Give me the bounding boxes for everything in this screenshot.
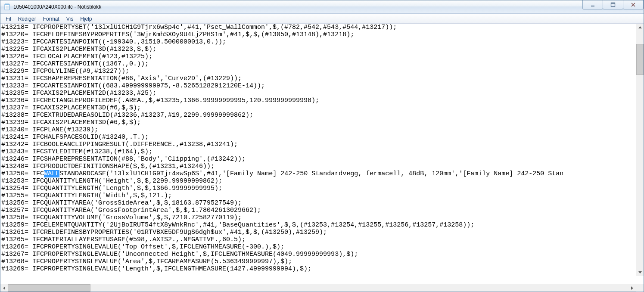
code-line[interactable]: #13265= IFCMATERIALLAYERSETUSAGE(#598,.A…: [1, 236, 246, 243]
titlebar[interactable]: 1050401000A240X000.ifc - Notisblokk: [0, 0, 644, 14]
code-line[interactable]: #13225= IFCAXIS2PLACEMENT3D(#13223,$,$);: [1, 46, 156, 53]
code-line[interactable]: #13233= IFCCARTESIANPOINT((683.499999999…: [1, 82, 265, 90]
code-line[interactable]: #13223= IFCCARTESIANPOINT((-199340.,3151…: [1, 38, 226, 46]
window-title: 1050401000A240X000.ifc - Notisblokk: [13, 4, 101, 10]
code-line[interactable]: #13236= IFCRECTANGLEPROFILEDEF(.AREA.,$,…: [1, 97, 319, 104]
code-line[interactable]: #13256= IFCQUANTITYAREA('GrossSideArea',…: [1, 199, 242, 207]
code-fragment[interactable]: STANDARDCASE('13lxlU1CH1G9Tjr4swSp6$',#4…: [59, 170, 563, 177]
scroll-down-button[interactable]: [636, 269, 644, 276]
code-line[interactable]: #13242= IFCBOOLEANCLIPPINGRESULT(.DIFFER…: [1, 141, 238, 148]
code-fragment[interactable]: #13250= IFC: [1, 170, 44, 177]
app-window: 1050401000A240X000.ifc - Notisblokk Fil …: [0, 0, 644, 292]
svg-rect-7: [611, 3, 615, 4]
maximize-button[interactable]: [603, 0, 623, 9]
menu-file[interactable]: Fil: [2, 15, 15, 23]
close-button[interactable]: [623, 0, 644, 9]
code-line[interactable]: #13257= IFCQUANTITYAREA('GrossFootprintA…: [1, 207, 261, 214]
code-line[interactable]: #13226= IFCLOCALPLACEMENT(#123,#13225);: [1, 53, 152, 60]
code-line[interactable]: #13246= IFCSHAPEREPRESENTATION(#88,'Body…: [1, 155, 246, 163]
chevron-right-icon: [631, 286, 633, 290]
horizontal-scrollbar[interactable]: [0, 284, 636, 292]
content-wrap: #13218= IFCPROPERTYSET('13lxlU1CH1G9Tjrx…: [0, 24, 644, 292]
vertical-scroll-track[interactable]: [636, 31, 644, 269]
code-line[interactable]: #13269= IFCPROPERTYSINGLEVALUE('Length',…: [1, 265, 311, 273]
horizontal-scroll-track[interactable]: [8, 284, 628, 292]
scroll-up-button[interactable]: [636, 24, 644, 31]
code-line[interactable]: #13220= IFCRELDEFINESBYPROPERTIES('3WjrK…: [1, 31, 354, 38]
code-line[interactable]: #13250= IFCWALLSTANDARDCASE('13lxlU1CH1G…: [1, 170, 563, 177]
minimize-button[interactable]: [582, 0, 603, 9]
code-line[interactable]: #13237= IFCAXIS2PLACEMENT3D(#6,$,$);: [1, 104, 141, 112]
code-line[interactable]: #13227= IFCCARTESIANPOINT((1367.,0.));: [1, 60, 149, 68]
scroll-right-button[interactable]: [628, 284, 636, 292]
code-line[interactable]: #13267= IFCPROPERTYSINGLEVALUE('Unconnec…: [1, 251, 358, 258]
code-line[interactable]: #13229= IFCPOLYLINE((#9,#13227));: [1, 68, 129, 75]
code-line[interactable]: #13266= IFCPROPERTYSINGLEVALUE('Top Offs…: [1, 243, 284, 251]
code-line[interactable]: #13218= IFCPROPERTYSET('13lxlU1CH1G9Tjrx…: [1, 24, 397, 31]
vertical-scroll-thumb[interactable]: [636, 44, 644, 75]
code-line[interactable]: #13241= IFCHALFSPACESOLID(#13240,.T.);: [1, 134, 149, 141]
scroll-corner: [636, 284, 644, 291]
code-line[interactable]: #13258= IFCQUANTITYVOLUME('GrossVolume',…: [1, 214, 242, 221]
vertical-scrollbar[interactable]: [636, 24, 644, 276]
code-line[interactable]: #13240= IFCPLANE(#13239);: [1, 126, 98, 134]
chevron-up-icon: [638, 26, 642, 28]
editor-area[interactable]: #13218= IFCPROPERTYSET('13lxlU1CH1G9Tjrx…: [0, 24, 644, 284]
menubar: Fil Rediger Format Vis Hjelp: [0, 14, 644, 24]
code-line[interactable]: #13255= IFCQUANTITYLENGTH('Width',$,$,12…: [1, 192, 172, 199]
code-line[interactable]: #13239= IFCAXIS2PLACEMENT3D(#6,$,$);: [1, 119, 141, 126]
svg-rect-1: [5, 4, 9, 5]
chevron-left-icon: [3, 286, 5, 290]
code-line[interactable]: #13259= IFCELEMENTQUANTITY('2UjBoIRUT54f…: [1, 221, 474, 229]
code-line[interactable]: #13231= IFCSHAPEREPRESENTATION(#86,'Axis…: [1, 75, 242, 82]
code-line[interactable]: #13243= IFCSTYLEDITEM(#13238,(#164),$);: [1, 148, 152, 155]
code-line[interactable]: #13235= IFCAXIS2PLACEMENT2D(#13233,#25);: [1, 90, 156, 97]
code-line[interactable]: #13261= IFCRELDEFINESBYPROPERTIES('01RTV…: [1, 229, 327, 236]
code-line[interactable]: #13248= IFCPRODUCTDEFINITIONSHAPE($,$,(#…: [1, 163, 215, 170]
horizontal-scroll-thumb[interactable]: [8, 284, 90, 292]
code-block[interactable]: #13218= IFCPROPERTYSET('13lxlU1CH1G9Tjrx…: [1, 24, 644, 273]
scroll-left-button[interactable]: [0, 284, 8, 292]
menu-edit[interactable]: Rediger: [15, 15, 40, 23]
menu-view[interactable]: Vis: [63, 15, 77, 23]
window-buttons: [583, 0, 644, 13]
notepad-icon: [4, 3, 11, 10]
search-highlight[interactable]: WALL: [44, 170, 59, 177]
menu-help[interactable]: Hjelp: [77, 15, 95, 23]
code-line[interactable]: #13238= IFCEXTRUDEDAREASOLID(#13236,#132…: [1, 112, 253, 119]
text-content[interactable]: #13218= IFCPROPERTYSET('13lxlU1CH1G9Tjrx…: [1, 24, 644, 284]
code-line[interactable]: #13253= IFCQUANTITYLENGTH('Height',$,$,2…: [1, 177, 222, 185]
code-line[interactable]: #13268= IFCPROPERTYSINGLEVALUE('Area',$,…: [1, 258, 292, 265]
chevron-down-icon: [638, 271, 642, 273]
svg-rect-5: [591, 6, 594, 6]
code-line[interactable]: #13254= IFCQUANTITYLENGTH('Length',$,$,1…: [1, 185, 222, 192]
menu-format[interactable]: Format: [40, 15, 63, 23]
